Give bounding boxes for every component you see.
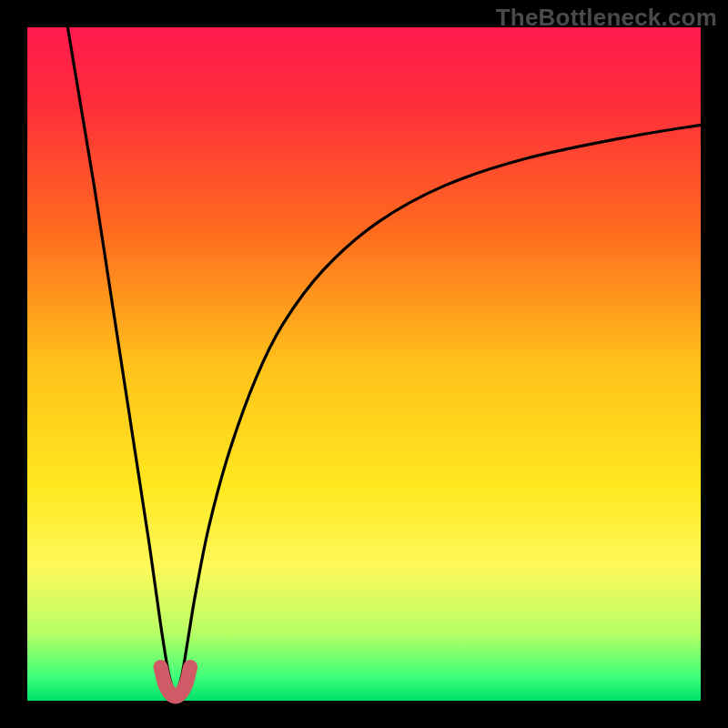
watermark-text: TheBottleneck.com	[496, 4, 717, 32]
outer-frame: TheBottleneck.com	[0, 0, 728, 728]
chart-canvas	[27, 27, 701, 701]
gradient-rect	[27, 27, 701, 701]
